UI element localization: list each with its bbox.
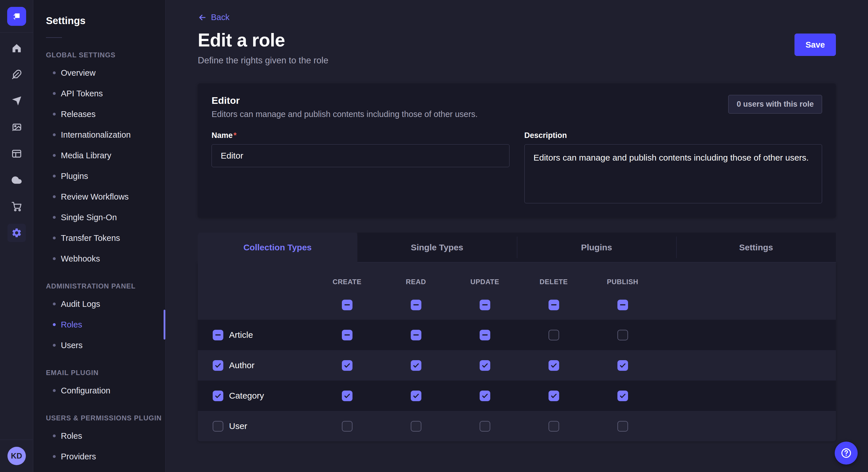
sidebar-item-media-library[interactable]: Media Library [33, 145, 165, 166]
perm-author-read-checkbox[interactable] [411, 360, 422, 371]
sidebar-item-label: Audit Logs [61, 299, 100, 309]
back-label: Back [211, 12, 229, 22]
bullet-icon [53, 216, 56, 219]
back-link[interactable]: Back [198, 12, 229, 22]
sidebar-item-label: Review Workflows [61, 192, 129, 202]
sidebar-item-internationalization[interactable]: Internationalization [33, 125, 165, 145]
row-article-checkbox[interactable] [213, 330, 223, 340]
perm-article-update-checkbox[interactable] [479, 330, 490, 340]
perm-category-update-checkbox[interactable] [479, 391, 490, 401]
sidebar-item-plugins[interactable]: Plugins [33, 166, 165, 187]
perm-category-publish-checkbox[interactable] [617, 391, 628, 401]
strapi-logo[interactable] [7, 7, 26, 26]
bullet-icon [53, 389, 56, 392]
section-label: USERS & PERMISSIONS PLUGIN [33, 414, 165, 422]
sidebar-item-webhooks[interactable]: Webhooks [33, 248, 165, 269]
paper-plane-icon[interactable] [7, 92, 26, 110]
row-label: Author [229, 361, 254, 370]
sidebar-item-label: Releases [61, 109, 96, 119]
row-category-checkbox[interactable] [213, 391, 223, 401]
main-content: Back Edit a role Define the rights given… [166, 0, 868, 472]
sidebar-item-overview[interactable]: Overview [33, 63, 165, 83]
perm-category-create-checkbox[interactable] [342, 391, 352, 401]
perm-article-delete-checkbox[interactable] [549, 330, 559, 340]
bullet-icon [53, 175, 56, 177]
sidebar-item-single-sign-on[interactable]: Single Sign-On [33, 207, 165, 228]
select-all-delete-checkbox[interactable] [549, 300, 559, 310]
perm-user-read-checkbox[interactable] [411, 421, 422, 432]
sidebar-item-transfer-tokens[interactable]: Transfer Tokens [33, 228, 165, 248]
tab-plugins[interactable]: Plugins [517, 233, 677, 262]
sidebar-item-providers[interactable]: Providers [33, 446, 165, 467]
role-details-card: Editor Editors can manage and publish co… [198, 83, 836, 217]
arrow-left-icon [198, 13, 207, 22]
select-all-update-checkbox[interactable] [479, 300, 490, 310]
home-icon[interactable] [7, 39, 26, 57]
save-button[interactable]: Save [795, 34, 836, 56]
bullet-icon [53, 92, 56, 95]
perm-author-update-checkbox[interactable] [479, 360, 490, 371]
perm-user-create-checkbox[interactable] [342, 421, 352, 432]
row-author-checkbox[interactable] [213, 360, 223, 371]
row-user-checkbox[interactable] [213, 421, 223, 432]
strapi-logo-glyph [11, 11, 22, 22]
layout-icon[interactable] [7, 144, 26, 163]
role-name-input[interactable] [212, 144, 509, 167]
help-button[interactable] [835, 442, 858, 465]
sidebar-item-users[interactable]: Users [33, 335, 165, 356]
section-label: GLOBAL SETTINGS [33, 51, 165, 59]
sidebar-item-label: Overview [61, 68, 96, 78]
sidebar-item-label: Media Library [61, 151, 112, 160]
role-description-textarea[interactable]: Editors can manage and publish contents … [524, 144, 823, 203]
tab-collection-types[interactable]: Collection Types [198, 233, 358, 262]
media-icon[interactable] [7, 118, 26, 136]
bullet-icon [53, 71, 56, 74]
role-card-subtitle: Editors can manage and publish contents … [212, 109, 477, 119]
sidebar-item-label: Transfer Tokens [61, 233, 120, 243]
sidebar-item-releases[interactable]: Releases [33, 104, 165, 125]
cart-icon[interactable] [7, 197, 26, 216]
permissions-section: Collection TypesSingle TypesPluginsSetti… [198, 233, 836, 441]
select-all-create-checkbox[interactable] [342, 300, 352, 310]
perm-category-delete-checkbox[interactable] [549, 391, 559, 401]
bullet-icon [53, 195, 56, 198]
subnav-section-email-plugin: EMAIL PLUGINConfiguration [33, 369, 165, 401]
bullet-icon [53, 113, 56, 115]
permission-row-user: User [198, 411, 836, 441]
cloud-icon[interactable] [7, 171, 26, 189]
sidebar-item-roles[interactable]: Roles [33, 314, 165, 335]
tab-single-types[interactable]: Single Types [358, 233, 517, 262]
perm-user-delete-checkbox[interactable] [549, 421, 559, 432]
sidebar-item-label: Configuration [61, 386, 111, 396]
perm-article-publish-checkbox[interactable] [617, 330, 628, 340]
perm-author-delete-checkbox[interactable] [549, 360, 559, 371]
perm-article-create-checkbox[interactable] [342, 330, 352, 340]
sidebar-item-api-tokens[interactable]: API Tokens [33, 83, 165, 104]
tab-settings[interactable]: Settings [676, 233, 836, 262]
gear-icon[interactable] [7, 224, 26, 242]
bullet-icon [53, 323, 56, 326]
avatar[interactable]: KD [7, 447, 26, 465]
settings-subnav: Settings GLOBAL SETTINGSOverviewAPI Toke… [33, 0, 166, 472]
row-label: User [229, 421, 247, 431]
perm-user-update-checkbox[interactable] [479, 421, 490, 432]
column-header-create: Create [333, 278, 362, 286]
select-all-read-checkbox[interactable] [411, 300, 422, 310]
sidebar-item-audit-logs[interactable]: Audit Logs [33, 294, 165, 314]
feather-icon[interactable] [7, 65, 26, 84]
perm-category-read-checkbox[interactable] [411, 391, 422, 401]
sidebar-item-roles[interactable]: Roles [33, 426, 165, 446]
perm-article-read-checkbox[interactable] [411, 330, 422, 340]
section-label: EMAIL PLUGIN [33, 369, 165, 377]
users-count-badge[interactable]: 0 users with this role [728, 95, 822, 113]
select-all-publish-checkbox[interactable] [617, 300, 628, 310]
sidebar-item-configuration[interactable]: Configuration [33, 380, 165, 401]
perm-user-publish-checkbox[interactable] [617, 421, 628, 432]
row-label: Article [229, 330, 253, 340]
perm-author-publish-checkbox[interactable] [617, 360, 628, 371]
bullet-icon [53, 434, 56, 437]
role-card-title: Editor [212, 95, 477, 106]
bullet-icon [53, 455, 56, 458]
sidebar-item-review-workflows[interactable]: Review Workflows [33, 187, 165, 207]
perm-author-create-checkbox[interactable] [342, 360, 352, 371]
